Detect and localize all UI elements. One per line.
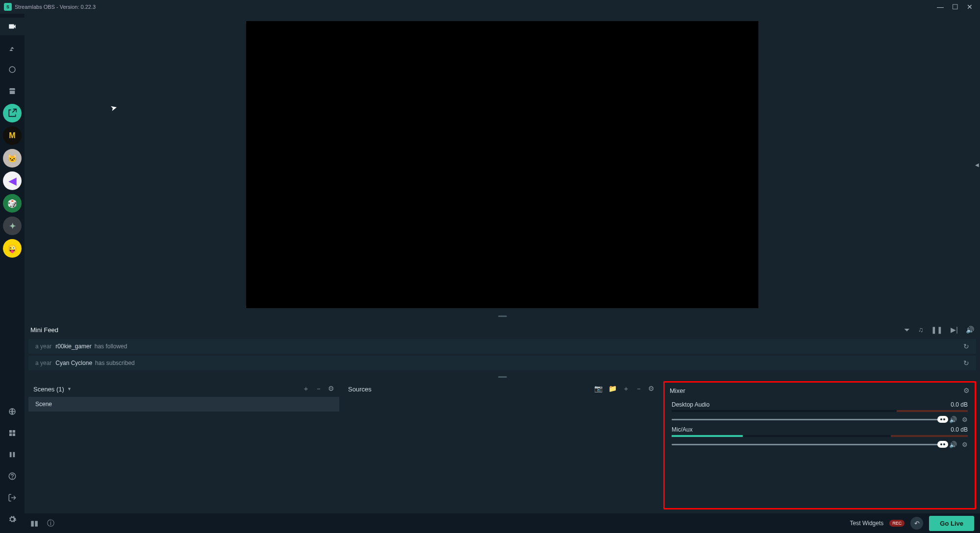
scenes-dropdown[interactable]: Scenes (1) ▼ [33,386,72,393]
svg-rect-6 [10,452,12,458]
source-settings-button[interactable]: ⚙ [648,385,654,393]
themes-tab[interactable] [0,39,25,57]
lower-panels: Scenes (1) ▼ ＋ － ⚙ Scene Sources [25,381,980,513]
minifeed-list: a year r00kie_gamer has followed ↻ a yea… [25,339,980,376]
nav-help[interactable] [0,466,25,486]
feed-user: r00kie_gamer [55,343,91,350]
titlebar: S Streamlabs OBS - Version: 0.22.3 — ☐ ✕ [0,0,980,14]
svg-rect-4 [9,434,12,436]
resize-handle-preview[interactable] [25,315,980,320]
preview-canvas[interactable] [246,21,758,308]
svg-rect-7 [13,452,15,458]
app-slot-puzzle[interactable]: ✦ [3,217,22,235]
app-slot-k[interactable]: ◀ [3,171,22,190]
svg-point-9 [12,478,13,478]
speaker-icon[interactable]: 🔊 [949,441,957,448]
stats-icon[interactable]: ▮▮ [30,519,38,528]
source-folder-icon[interactable]: 📁 [608,385,617,393]
nav-grid[interactable] [0,423,25,443]
undo-button[interactable]: ↶ [910,517,923,530]
window-title: Streamlabs OBS - Version: 0.22.3 [15,4,96,10]
channel-meter [672,410,968,412]
svg-point-0 [9,67,15,73]
volume-slider[interactable] [672,444,944,445]
app-slot-dice[interactable]: 🎲 [3,194,22,213]
channel-gear-icon[interactable]: ⚙ [962,416,968,423]
svg-rect-2 [9,430,12,433]
chevron-down-icon: ▼ [67,387,72,391]
svg-rect-3 [13,430,15,433]
source-camera-icon[interactable]: 📷 [594,385,603,393]
minifeed-header: Mini Feed ⏷ ♫ ❚❚ ▶| 🔊 [25,320,980,339]
mixer-channel-desktop: Desktop Audio 0.0 dB 🔊 [665,398,975,423]
app-slot-streamlabs[interactable] [3,104,22,122]
chat-tab[interactable] [0,61,25,78]
app-slot-m[interactable]: M [3,126,22,145]
minimize-button[interactable]: — [936,3,945,11]
go-live-button[interactable]: Go Live [929,516,974,531]
resize-handle-lower[interactable] [25,376,980,381]
nav-columns[interactable] [0,445,25,464]
scenes-title: Scenes (1) [33,386,64,393]
feed-item[interactable]: a year r00kie_gamer has followed ↻ [28,339,976,354]
mixer-settings-button[interactable]: ⚙ [963,387,970,394]
meter-red [891,435,968,437]
feed-action: has subscribed [95,360,135,366]
app-slot-cat[interactable]: 🐱 [3,149,22,168]
sources-panel: Sources 📷 📁 ＋ － ⚙ [343,381,659,509]
meter-red [897,410,968,412]
scene-name: Scene [35,401,52,408]
sources-title: Sources [348,386,372,393]
scene-settings-button[interactable]: ⚙ [328,385,334,393]
mixer-panel: Mixer ⚙ Desktop Audio 0.0 dB [663,381,976,509]
replay-icon[interactable]: ↻ [963,359,969,367]
speaker-icon[interactable]: 🔊 [949,416,957,423]
remove-source-button[interactable]: － [635,385,642,393]
mixer-channel-mic: Mic/Aux 0.0 dB 🔊 ⚙ [665,423,975,448]
replay-icon[interactable]: ↻ [963,342,969,350]
channel-name: Mic/Aux [672,426,693,433]
pause-icon[interactable]: ❚❚ [931,326,943,334]
channel-meter [672,435,968,437]
rec-button[interactable]: REC [889,520,905,527]
mute-icon[interactable]: 🔊 [966,326,974,334]
close-button[interactable]: ✕ [965,3,974,11]
slider-knob[interactable] [937,441,948,448]
bottom-nav [0,402,25,533]
feed-action: has followed [95,343,127,350]
filter-icon[interactable]: ⏷ [904,326,910,334]
channel-name: Desktop Audio [672,401,709,408]
channel-gear-icon[interactable]: ⚙ [962,441,968,448]
add-source-button[interactable]: ＋ [623,385,629,393]
app-slot-face[interactable]: 😜 [3,239,22,258]
feed-user: Cyan Cyclone [55,360,92,366]
info-icon[interactable]: ⓘ [47,519,54,528]
app-icon: S [4,3,12,11]
nav-globe[interactable] [0,402,25,421]
music-icon[interactable]: ♫ [918,326,924,334]
feed-time: a year [35,360,51,366]
main-column: ➤ ◀ Mini Feed ⏷ ♫ ❚❚ ▶| 🔊 a year r00kie_… [25,14,980,533]
window-controls: — ☐ ✕ [936,3,976,11]
mouse-cursor: ➤ [109,103,118,114]
scene-item[interactable]: Scene [28,397,339,412]
feed-time: a year [35,343,51,350]
right-panel-toggle[interactable]: ◀ [974,156,980,173]
volume-slider[interactable] [672,419,944,420]
store-tab[interactable] [0,82,25,100]
feed-item[interactable]: a year Cyan Cyclone has subscribed ↻ [28,356,976,370]
meter-green [672,435,743,437]
nav-logout[interactable] [0,488,25,508]
preview-area[interactable]: ➤ ◀ [25,14,980,315]
svg-rect-5 [13,434,15,436]
remove-scene-button[interactable]: － [315,385,322,393]
scenes-panel: Scenes (1) ▼ ＋ － ⚙ Scene [28,381,339,509]
nav-settings[interactable] [0,509,25,529]
test-widgets-button[interactable]: Test Widgets [850,520,884,527]
maximize-button[interactable]: ☐ [951,3,959,11]
left-sidebar: M 🐱 ◀ 🎲 ✦ 😜 [0,14,25,533]
editor-tab[interactable] [0,18,25,35]
slider-knob[interactable] [937,416,948,423]
add-scene-button[interactable]: ＋ [302,385,309,393]
skip-icon[interactable]: ▶| [951,326,958,334]
